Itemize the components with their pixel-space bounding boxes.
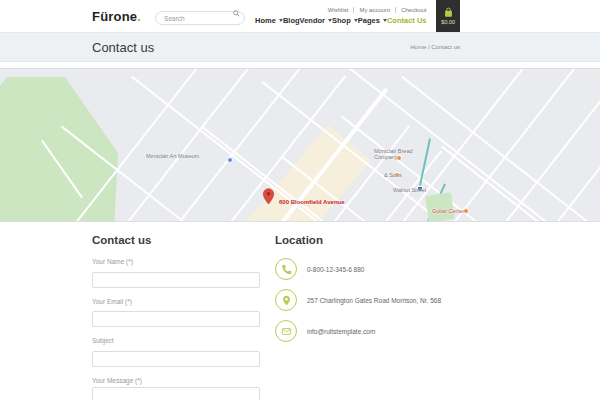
search-input[interactable] xyxy=(155,11,245,25)
road xyxy=(96,68,282,222)
nav-label: Vendor xyxy=(300,16,325,25)
breadcrumb-home-link[interactable]: Home xyxy=(410,44,426,50)
logo[interactable]: Fürone. xyxy=(92,9,141,24)
map-label: Montclair Bread Company xyxy=(374,148,414,161)
name-field-group: Your Name (*) xyxy=(92,258,262,288)
site-header: Fürone. Wishlist My account Checkout Hom… xyxy=(0,0,600,32)
location-title: Location xyxy=(275,234,441,246)
pin-address-label: 600 Bloomfield Avenue xyxy=(279,199,345,205)
breadcrumb: Home / Contact us xyxy=(410,44,460,50)
subject-field-group: Subject xyxy=(92,337,262,367)
logo-dot: . xyxy=(137,9,141,24)
page-title: Contact us xyxy=(92,40,154,55)
breadcrumb-separator: / xyxy=(428,44,430,50)
subject-label: Subject xyxy=(92,337,262,344)
message-textarea[interactable] xyxy=(92,387,260,400)
nav-item-pages[interactable]: Pages xyxy=(358,16,387,25)
wishlist-link[interactable]: Wishlist xyxy=(328,7,349,13)
cart-total: $0.00 xyxy=(441,19,455,25)
search-box xyxy=(155,7,245,26)
subject-input[interactable] xyxy=(92,351,260,367)
location-phone-item: 0-800-12-345-6 880 xyxy=(275,258,441,280)
my-account-link[interactable]: My account xyxy=(359,7,390,13)
road xyxy=(469,113,600,222)
email-label: Your Email (*) xyxy=(92,298,262,305)
breadcrumb-current: Contact us xyxy=(431,44,460,50)
road xyxy=(373,68,547,222)
message-field-group: Your Message (*) xyxy=(92,377,262,400)
location-pin-icon[interactable] xyxy=(262,188,275,209)
map-label: & Sons xyxy=(384,172,402,178)
map-label: Walnut Street xyxy=(393,187,426,193)
main-nav: Home Blog Vendor Shop Pages Contact Us xyxy=(255,16,426,25)
nav-item-home[interactable]: Home xyxy=(255,16,283,25)
divider xyxy=(353,7,354,13)
main-content: Contact us Your Name (*) Your Email (*) … xyxy=(0,222,600,400)
top-links: Wishlist My account Checkout xyxy=(328,7,427,13)
nav-item-blog[interactable]: Blog xyxy=(283,16,300,25)
map-pin-icon xyxy=(275,289,297,311)
header-right: Wishlist My account Checkout Home Blog V… xyxy=(255,7,426,25)
nav-label: Pages xyxy=(358,16,380,25)
nav-label: Blog xyxy=(283,16,300,25)
shopping-bag-icon xyxy=(443,7,454,18)
nav-item-contact-us[interactable]: Contact Us xyxy=(387,16,427,25)
map[interactable]: Montclair Art Museum Montclair Bread Com… xyxy=(0,68,600,222)
name-label: Your Name (*) xyxy=(92,258,262,265)
email-input[interactable] xyxy=(92,311,260,327)
logo-text: Fürone xyxy=(92,9,137,24)
nav-label: Contact Us xyxy=(387,16,427,25)
location-email-item: info@rultstemplate.com xyxy=(275,320,441,342)
poi-marker[interactable] xyxy=(227,157,233,163)
divider xyxy=(395,7,396,13)
envelope-icon xyxy=(275,320,297,342)
checkout-link[interactable]: Checkout xyxy=(401,7,426,13)
phone-number: 0-800-12-345-6 880 xyxy=(307,266,364,273)
breadcrumb-bar: Contact us Home / Contact us xyxy=(0,32,600,62)
email-text: info@rultstemplate.com xyxy=(307,328,375,335)
nav-label: Home xyxy=(255,16,276,25)
map-park-area xyxy=(0,77,118,222)
search-icon[interactable] xyxy=(233,10,240,17)
contact-form-title: Contact us xyxy=(92,234,262,246)
nav-item-vendor[interactable]: Vendor xyxy=(300,16,332,25)
rail-line xyxy=(419,138,431,185)
location-section: Location 0-800-12-345-6 880 257 Charling… xyxy=(275,234,441,400)
contact-form: Contact us Your Name (*) Your Email (*) … xyxy=(92,234,262,400)
address-text: 257 Charlington Gates Road Morrison, Nr.… xyxy=(307,297,441,304)
phone-icon xyxy=(275,258,297,280)
message-label: Your Message (*) xyxy=(92,377,262,384)
map-label: Montclair Art Museum xyxy=(146,153,199,159)
nav-label: Shop xyxy=(332,16,351,25)
location-address-item: 257 Charlington Gates Road Morrison, Nr.… xyxy=(275,289,441,311)
cart-button[interactable]: $0.00 xyxy=(436,0,460,32)
nav-item-shop[interactable]: Shop xyxy=(332,16,358,25)
email-field-group: Your Email (*) xyxy=(92,298,262,328)
name-input[interactable] xyxy=(92,272,260,288)
map-label: Guitar Center xyxy=(432,208,465,214)
